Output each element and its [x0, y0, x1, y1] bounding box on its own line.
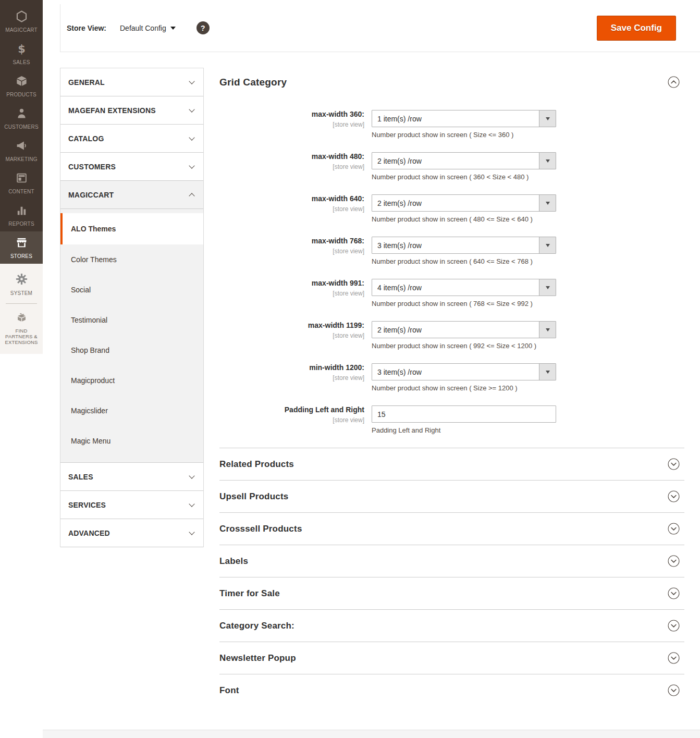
sidebar-item-products[interactable]: PRODUCTS	[0, 70, 43, 102]
sidebar-item-label: CONTENT	[8, 189, 34, 195]
select-max-width-640[interactable]: 2 item(s) /row	[372, 194, 556, 212]
nav-section-magiccart[interactable]: MAGICCART	[60, 181, 203, 209]
sidebar-item-reports[interactable]: REPORTS	[0, 199, 43, 231]
section-timer-for-sale[interactable]: Timer for Sale	[219, 577, 684, 609]
config-row-max-width-360: max-width 360: [store view] 1 item(s) /r…	[219, 110, 684, 139]
collapse-circle-down-icon	[668, 587, 680, 599]
field-note: Number product show in screen ( 992 <= S…	[372, 342, 556, 350]
select-max-width-1199[interactable]: 2 item(s) /row	[372, 321, 556, 338]
section-font[interactable]: Font	[219, 674, 684, 706]
select-min-width-1200[interactable]: 3 item(s) /row	[372, 363, 556, 380]
chevron-down-icon	[189, 163, 194, 168]
submenu-item-magicproduct[interactable]: Magicproduct	[60, 365, 203, 396]
store-view-selected: Default Config	[120, 24, 166, 32]
field-note: Number product show in screen ( 480 <= S…	[372, 215, 556, 223]
sidebar-item-find-partners[interactable]: FIND PARTNERS & EXTENSIONS	[0, 307, 43, 347]
nav-section-magefan-extensions[interactable]: MAGEFAN EXTENSIONS	[60, 96, 203, 125]
help-icon[interactable]: ?	[197, 21, 210, 34]
sidebar-item-content[interactable]: CONTENT	[0, 167, 43, 199]
section-crosssell-products[interactable]: Crosssell Products	[219, 512, 684, 545]
nav-section-advanced[interactable]: ADVANCED	[60, 519, 203, 547]
select-value: 3 item(s) /row	[377, 241, 422, 250]
nav-section-general[interactable]: GENERAL	[60, 68, 203, 96]
sidebar-item-customers[interactable]: CUSTOMERS	[0, 102, 43, 134]
nav-section-customers[interactable]: CUSTOMERS	[60, 153, 203, 181]
config-row-max-width-480: max-width 480: [store view] 2 item(s) /r…	[219, 152, 684, 181]
nav-section-services[interactable]: SERVICES	[60, 491, 203, 519]
field-label: max-width 991:	[219, 279, 364, 288]
page-footer-strip	[43, 730, 700, 738]
field-scope: [store view]	[219, 163, 364, 170]
sidebar-item-marketing[interactable]: MARKETING	[0, 134, 43, 167]
store-view-dropdown[interactable]: Default Config	[120, 24, 176, 32]
admin-sidebar-secondary: SYSTEM FIND PARTNERS & EXTENSIONS	[0, 264, 43, 354]
select-arrow-icon	[539, 153, 556, 169]
field-scope: [store view]	[219, 332, 364, 339]
chevron-down-icon	[189, 529, 194, 535]
collapse-circle-down-icon	[668, 555, 680, 567]
chevron-down-icon	[189, 473, 194, 478]
collapse-circle-down-icon	[668, 490, 680, 502]
submenu-item-magicslider[interactable]: Magicslider	[60, 396, 203, 426]
select-max-width-768[interactable]: 3 item(s) /row	[372, 237, 556, 254]
field-scope: [store view]	[219, 374, 364, 382]
section-newsletter-popup[interactable]: Newsletter Popup	[219, 642, 684, 674]
select-arrow-icon	[539, 237, 556, 253]
config-content: Grid Category max-width 360: [store view…	[219, 68, 684, 706]
extensions-brick-icon	[15, 310, 29, 326]
collapse-circle-down-icon	[668, 523, 680, 535]
select-value: 4 item(s) /row	[377, 284, 422, 292]
field-label: max-width 480:	[219, 152, 364, 162]
submenu-item-testimonial[interactable]: Testimonial	[60, 305, 203, 335]
select-value: 1 item(s) /row	[377, 115, 422, 123]
select-max-width-991[interactable]: 4 item(s) /row	[372, 279, 556, 296]
field-label: min-width 1200:	[219, 363, 364, 373]
magiccart-hexagon-icon	[15, 10, 28, 25]
submenu-item-magic-menu[interactable]: Magic Menu	[60, 426, 203, 456]
sidebar-item-label: PRODUCTS	[6, 92, 36, 98]
sidebar-item-label: MARKETING	[5, 156, 37, 163]
grid-category-header[interactable]: Grid Category	[219, 76, 684, 88]
layout-icon	[15, 171, 28, 187]
sidebar-item-label: MAGICCART	[5, 27, 38, 33]
magiccart-submenu: ALO Themes Color Themes Social Testimoni…	[60, 209, 203, 463]
gear-icon	[15, 272, 29, 288]
submenu-item-shop-brand[interactable]: Shop Brand	[60, 335, 203, 365]
field-scope: [store view]	[219, 290, 364, 297]
select-max-width-360[interactable]: 1 item(s) /row	[372, 110, 556, 127]
nav-section-catalog[interactable]: CATALOG	[60, 125, 203, 153]
person-icon	[15, 107, 28, 122]
field-label: max-width 1199:	[219, 321, 364, 330]
section-labels[interactable]: Labels	[219, 545, 684, 577]
config-row-min-width-1200: min-width 1200: [store view] 3 item(s) /…	[219, 363, 684, 392]
field-scope: [store view]	[219, 205, 364, 213]
submenu-item-color-themes[interactable]: Color Themes	[60, 244, 203, 275]
sidebar-item-label: SYSTEM	[10, 290, 32, 297]
field-label: max-width 640:	[219, 194, 364, 204]
padding-input[interactable]	[372, 405, 556, 423]
config-nav: GENERAL MAGEFAN EXTENSIONS CATALOG CUSTO…	[60, 68, 204, 547]
select-max-width-480[interactable]: 2 item(s) /row	[372, 152, 556, 169]
section-upsell-products[interactable]: Upsell Products	[219, 480, 684, 512]
field-label: Padding Left and Right	[219, 405, 364, 415]
field-note: Number product show in screen ( 640 <= S…	[372, 257, 556, 265]
submenu-item-social[interactable]: Social	[60, 275, 203, 305]
save-config-button[interactable]: Save Config	[597, 16, 676, 41]
sidebar-item-sales[interactable]: $ SALES	[0, 38, 43, 70]
section-related-products[interactable]: Related Products	[219, 448, 684, 480]
select-value: 2 item(s) /row	[377, 157, 422, 165]
section-category-search[interactable]: Category Search:	[219, 609, 684, 642]
submenu-item-alo-themes[interactable]: ALO Themes	[60, 213, 203, 244]
sidebar-item-system[interactable]: SYSTEM	[0, 268, 43, 300]
nav-section-sales[interactable]: SALES	[60, 463, 203, 491]
sidebar-item-stores[interactable]: STORES	[0, 231, 43, 264]
chevron-down-icon	[189, 78, 194, 84]
sidebar-item-label: SALES	[13, 59, 30, 66]
box-icon	[15, 75, 28, 90]
select-arrow-icon	[539, 364, 556, 380]
dollar-icon: $	[15, 42, 28, 57]
sidebar-item-magiccart[interactable]: MAGICCART	[0, 5, 43, 38]
collapse-circle-up-icon	[668, 76, 680, 88]
select-arrow-icon	[539, 279, 556, 296]
sidebar-item-label: STORES	[10, 253, 32, 260]
